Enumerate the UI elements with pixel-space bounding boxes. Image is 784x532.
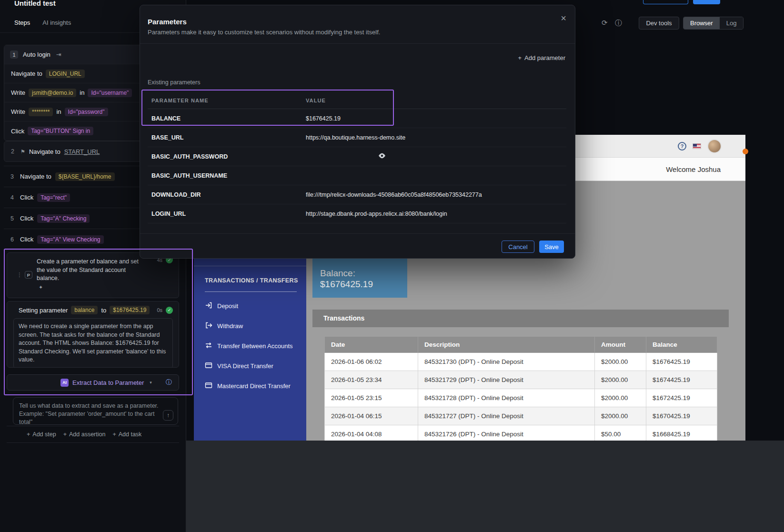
plus-icon: +: [27, 431, 30, 438]
table-row[interactable]: 2026-01-04 04:08 845321726 (DPT) - Onlin…: [325, 425, 717, 441]
transactions-header: Transactions: [312, 310, 729, 327]
cell-date: 2026-01-05 23:15: [325, 389, 418, 407]
tab-browser[interactable]: Browser: [683, 17, 720, 29]
extract-prompt-input[interactable]: Tell us what data to extract and save as…: [13, 397, 178, 425]
param-name-tag[interactable]: balance: [71, 306, 98, 314]
bottom-panel: [186, 441, 784, 532]
sidebar-item-visa-transfer[interactable]: VISA Direct Transfer: [205, 360, 273, 371]
sidebar-divider: [194, 266, 306, 266]
table-header-row: Date Description Amount Balance: [325, 337, 717, 353]
value-tag[interactable]: jsmith@demo.io: [29, 89, 76, 97]
cell-balance: $1674425.19: [646, 371, 717, 389]
selector-tag[interactable]: Id="username": [88, 89, 132, 97]
cell-date: 2026-01-04 04:08: [325, 425, 418, 441]
parameters-table: PARAMETER NAME VALUE BALANCE $1676425.19…: [148, 92, 566, 223]
sidebar-item-withdraw[interactable]: Withdraw: [205, 320, 243, 331]
add-parameter-button[interactable]: + Add parameter: [518, 54, 565, 61]
table-row[interactable]: 2026-01-06 06:02 845321730 (DPT) - Onlin…: [325, 353, 717, 371]
cell-date: 2026-01-05 23:34: [325, 371, 418, 389]
parameter-row-balance[interactable]: BALANCE $1676425.19: [148, 109, 566, 128]
cancel-button[interactable]: Cancel: [502, 241, 534, 253]
selector-tag[interactable]: Tag="BUTTON" Sign in: [28, 127, 93, 135]
step-text: Setting parameter: [19, 307, 68, 314]
eye-icon[interactable]: [378, 153, 386, 159]
submit-prompt-button[interactable]: ↑: [163, 410, 173, 421]
cell-description: 845321730 (DPT) - Online Deposit: [418, 353, 595, 371]
info-icon[interactable]: ⓘ: [615, 19, 622, 28]
parameter-name: DOWNLOAD_DIR: [151, 191, 306, 198]
col-value: VALUE: [306, 98, 563, 103]
step-text: Write: [11, 89, 25, 96]
sidebar-section-title: TRANSACTIONS / TRANSFERS: [205, 277, 298, 284]
drag-handle-icon[interactable]: ⋮: [17, 271, 22, 278]
col-parameter-name: PARAMETER NAME: [151, 98, 306, 103]
cell-description: 845321729 (DPT) - Online Deposit: [418, 371, 595, 389]
parameter-row-base-url[interactable]: BASE_URL https://qa.boutique.harness-dem…: [148, 128, 566, 147]
cell-description: 845321728 (DPT) - Online Deposit: [418, 389, 595, 407]
selector-tag[interactable]: Tag="A" View Checking: [37, 235, 103, 244]
add-step-button[interactable]: + Add step: [27, 431, 56, 438]
cell-date: 2026-01-06 06:02: [325, 353, 418, 371]
parameter-name: BASE_URL: [151, 134, 306, 141]
info-icon[interactable]: ⓘ: [166, 378, 172, 387]
help-icon[interactable]: ?: [678, 142, 686, 151]
step-number: 5: [10, 215, 16, 222]
parameter-row-login-url[interactable]: LOGIN_URL http://stage.dbank.prod-apps.r…: [148, 204, 566, 223]
cutoff-secondary-button[interactable]: [643, 0, 688, 4]
step-text: Click: [20, 236, 33, 243]
selector-tag[interactable]: Id="password": [65, 108, 108, 116]
card-icon: [205, 381, 212, 391]
step-text: Navigate to: [29, 148, 60, 155]
sidebar-item-mastercard-transfer[interactable]: Mastercard Direct Transfer: [205, 380, 291, 391]
selector-tag[interactable]: Tag="rect": [37, 193, 70, 202]
add-parameter-label: Add parameter: [524, 54, 565, 61]
parameter-name: BASIC_AUTH_USERNAME: [151, 172, 306, 179]
cutoff-primary-button[interactable]: [693, 0, 720, 4]
withdraw-icon: [205, 321, 212, 331]
sidebar-item-transfer[interactable]: Transfer Between Accounts: [205, 340, 293, 351]
cell-amount: $2000.00: [595, 353, 646, 371]
sidebar-item-label: Transfer Between Accounts: [217, 342, 293, 350]
add-task-label: Add task: [119, 431, 142, 438]
sidebar-item-deposit[interactable]: Deposit: [205, 300, 238, 311]
transfer-icon: [205, 341, 212, 351]
save-button[interactable]: Save: [539, 241, 564, 253]
table-row[interactable]: 2026-01-05 23:15 845321728 (DPT) - Onlin…: [325, 389, 717, 407]
add-assertion-button[interactable]: + Add assertion: [63, 431, 106, 438]
selector-tag[interactable]: Tag="A" Checking: [37, 214, 90, 223]
setting-parameter-row: Setting parameter balance to $1676425.19…: [7, 301, 179, 314]
tab-ai-insights[interactable]: AI insights: [42, 19, 71, 26]
refresh-icon[interactable]: ⟳: [602, 19, 608, 27]
tab-log[interactable]: Log: [720, 17, 744, 29]
tab-steps[interactable]: Steps: [14, 19, 30, 26]
plus-icon: +: [112, 431, 116, 438]
ai-task-card[interactable]: ⋮ P Create a parameter of balance and se…: [7, 252, 179, 298]
param-tag[interactable]: ${BASE_URL}/home: [55, 172, 115, 181]
parameter-badge-icon: P: [25, 271, 32, 279]
parameter-row-basic-auth-password[interactable]: BASIC_AUTH_PASSWORD: [148, 147, 566, 166]
add-step-label: Add step: [32, 431, 56, 438]
start-url-link[interactable]: START_URL: [64, 148, 100, 155]
parameter-name: BASIC_AUTH_PASSWORD: [151, 153, 306, 160]
parameter-row-basic-auth-username[interactable]: BASIC_AUTH_USERNAME: [148, 166, 566, 185]
step-text: Navigate to: [20, 173, 51, 180]
parameter-value: $1676425.19: [306, 115, 563, 122]
dev-tools-button[interactable]: Dev tools: [639, 17, 679, 30]
plus-icon: +: [518, 54, 522, 61]
setting-parameter-card[interactable]: Setting parameter balance to $1676425.19…: [7, 301, 179, 368]
parameter-name: LOGIN_URL: [151, 211, 306, 217]
us-flag-icon[interactable]: [693, 143, 701, 149]
extract-data-action[interactable]: AI Extract Data to Parameter ▾ ⓘ: [7, 374, 179, 391]
table-row[interactable]: 2026-01-05 23:34 845321729 (DPT) - Onlin…: [325, 371, 717, 389]
col-amount: Amount: [595, 337, 646, 353]
close-icon[interactable]: ×: [561, 13, 566, 24]
table-row[interactable]: 2026-01-04 06:15 845321727 (DPT) - Onlin…: [325, 407, 717, 425]
avatar[interactable]: [707, 139, 722, 153]
param-value-tag[interactable]: $1676425.19: [110, 306, 150, 314]
value-tag[interactable]: ********: [29, 108, 53, 116]
cell-amount: $2000.00: [595, 389, 646, 407]
add-task-button[interactable]: + Add task: [112, 431, 141, 438]
chevron-down-icon[interactable]: ▾: [150, 380, 152, 385]
parameter-row-download-dir[interactable]: DOWNLOAD_DIR file:///tmp/relicx-download…: [148, 185, 566, 204]
param-tag[interactable]: LOGIN_URL: [46, 70, 85, 78]
